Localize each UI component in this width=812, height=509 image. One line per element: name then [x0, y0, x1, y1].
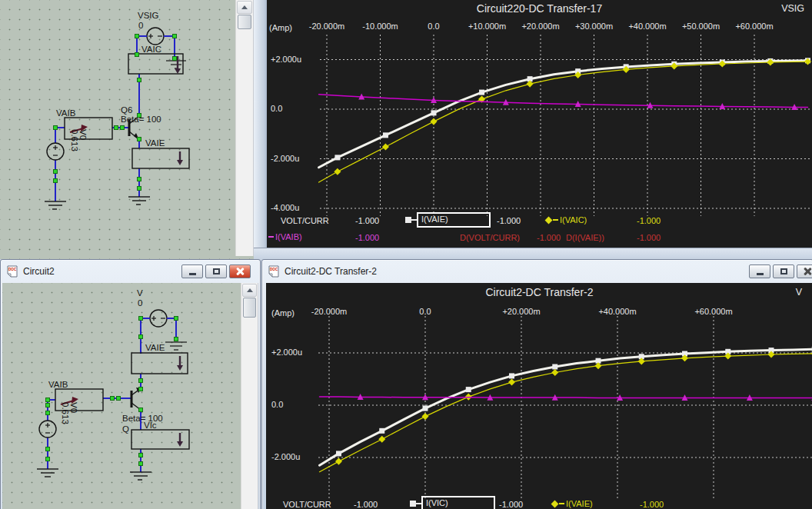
voltage-source-vsig[interactable]: VSIG 0: [138, 11, 164, 45]
svg-text:0.613: 0.613: [61, 402, 70, 424]
window-buttons: [181, 264, 251, 278]
svg-text:0: 0: [138, 298, 142, 308]
legend-deriv-1-value: -1.000: [537, 233, 561, 242]
x-tick-label: -20.000m: [299, 22, 354, 31]
x-tick-label: -20.000m: [301, 307, 357, 316]
legend-deriv-1: D(VOLT/CURR): [460, 233, 520, 242]
legend-series-2-value: -1.000: [640, 500, 664, 509]
vertical-scrollbar[interactable]: [235, 0, 254, 256]
y-axis-unit: (Amp): [271, 308, 295, 318]
legend-series-3-value: -1.000: [355, 233, 379, 242]
svg-text:Q: Q: [122, 424, 129, 434]
x-tick-label: -10.000m: [353, 22, 408, 31]
window-bottom-frame: [254, 248, 812, 260]
svg-text:VIc: VIc: [144, 421, 157, 430]
legend-deriv-2-value: -1.000: [637, 233, 661, 242]
legend-series-2[interactable]: I(VAIC): [546, 215, 587, 225]
plot-title: Circuit220-DC Transfer-17: [267, 2, 812, 15]
x-tick-label: +60.000m: [727, 22, 782, 31]
marker-dash-icon: [416, 503, 421, 504]
selected-series-box[interactable]: I(VIC): [421, 496, 495, 509]
y-tick-label: -2.000u: [271, 452, 300, 461]
ground-symbols: [37, 469, 151, 480]
ground-symbols: [45, 197, 150, 209]
x-tick-label: +50.000m: [674, 22, 729, 31]
legend-deriv-2: D(I(VAIE)): [566, 233, 604, 242]
transistor-q6[interactable]: Q6 Beta= 100: [121, 105, 161, 140]
scrollbar-thumb[interactable]: [243, 298, 256, 318]
legend-series-1-value: -1.000: [497, 216, 521, 225]
x-tick-label: +20.000m: [494, 307, 549, 316]
square-marker-icon: [410, 501, 416, 507]
svg-text:VAIB: VAIB: [56, 108, 76, 118]
svg-text:DOC: DOC: [8, 267, 17, 271]
marker-dash-icon: [411, 219, 417, 221]
svg-text:VAIE: VAIE: [145, 343, 165, 352]
window-left-frame: [254, 0, 267, 259]
svg-text:VAIB: VAIB: [48, 380, 68, 389]
square-marker-icon: [405, 217, 411, 223]
legend-series-1-value: -1.000: [499, 500, 523, 509]
app-screen: VSIG 0 VAIC: [0, 0, 812, 509]
arrow-up-icon: [247, 288, 253, 292]
scroll-up-button[interactable]: [242, 284, 257, 297]
schematic-canvas-top: VSIG 0 VAIC: [0, 0, 255, 259]
meter-vaie[interactable]: VAIE: [132, 138, 189, 168]
source-vaib[interactable]: VAIB V0 0.613: [47, 108, 112, 160]
x-tick-label: 0.0: [406, 22, 461, 31]
svg-text:Beta= 100: Beta= 100: [122, 414, 163, 423]
close-icon: [236, 268, 244, 275]
y-tick-label: 0.0: [271, 400, 283, 409]
y-axis-unit: (Amp): [269, 23, 292, 32]
x-tick-label: +60.000m: [686, 307, 741, 316]
source-vaib[interactable]: VAIB V0 0.613: [39, 380, 103, 437]
scrollbar-thumb[interactable]: [238, 15, 251, 29]
x-tick-label: +10.000m: [460, 22, 515, 31]
x-tick-label: 0.0: [398, 307, 453, 316]
y-tick-label: +2.000u: [271, 55, 301, 64]
svg-text:V: V: [137, 288, 143, 298]
swept-source-label: VSIG: [781, 3, 804, 14]
plot-title: Circuit2-DC Transfer-2: [266, 286, 812, 298]
marker-dash-icon: [268, 236, 274, 238]
legend-series-1[interactable]: I(VAIE): [405, 212, 491, 228]
meter-vaie[interactable]: VAIE: [131, 342, 188, 374]
x-tick-label: +40.000m: [620, 22, 675, 31]
document-icon: DOC: [6, 265, 18, 278]
legend-series-2[interactable]: I(VAIE): [552, 499, 593, 508]
plot-canvas: [254, 0, 812, 259]
connection-nodes: [46, 317, 178, 466]
x-tick-label: +40.000m: [590, 307, 645, 316]
marker-dash-icon: [553, 219, 558, 221]
y-tick-label: -4.000u: [271, 203, 299, 212]
svg-text:VAIC: VAIC: [141, 45, 161, 54]
svg-text:0.613: 0.613: [70, 129, 79, 151]
minimize-button[interactable]: [181, 264, 203, 278]
window-circuit2-dc-transfer[interactable]: DOC Circuit2-DC Transfer-2 Circuit2-DC T…: [261, 259, 812, 509]
window-title: Circuit2: [23, 266, 55, 277]
schematic-pane-top[interactable]: VSIG 0 VAIC: [0, 0, 255, 259]
schematic-pane-bottom[interactable]: V 0: [2, 283, 257, 509]
selected-series-box[interactable]: I(VAIE): [417, 212, 491, 228]
svg-text:VAIE: VAIE: [145, 138, 165, 148]
y-tick-label: -2.000u: [271, 154, 299, 163]
scroll-up-button[interactable]: [237, 1, 252, 14]
window-circuit2[interactable]: DOC Circuit2 V 0: [0, 259, 261, 509]
legend-volt-curr: VOLT/CURR: [283, 500, 331, 509]
x-tick-label: +20.000m: [513, 22, 568, 31]
svg-text:Q6: Q6: [121, 105, 132, 115]
legend-volt-curr: VOLT/CURR: [281, 216, 329, 225]
vertical-scrollbar[interactable]: [241, 283, 258, 509]
diamond-marker-icon: [551, 500, 559, 507]
legend-series-1[interactable]: I(VIC): [410, 496, 495, 509]
restore-icon: [213, 268, 220, 274]
restore-button[interactable]: [205, 264, 227, 278]
legend-series-2-value: -1.000: [637, 216, 661, 225]
arrow-up-icon: [241, 5, 248, 9]
y-tick-label: +2.000u: [271, 348, 302, 357]
minimize-icon: [189, 273, 196, 275]
swept-source-label: V: [796, 287, 802, 298]
marker-dash-icon: [559, 503, 564, 504]
schematic-canvas-bottom: V 0: [2, 283, 257, 509]
close-button[interactable]: [229, 264, 251, 278]
